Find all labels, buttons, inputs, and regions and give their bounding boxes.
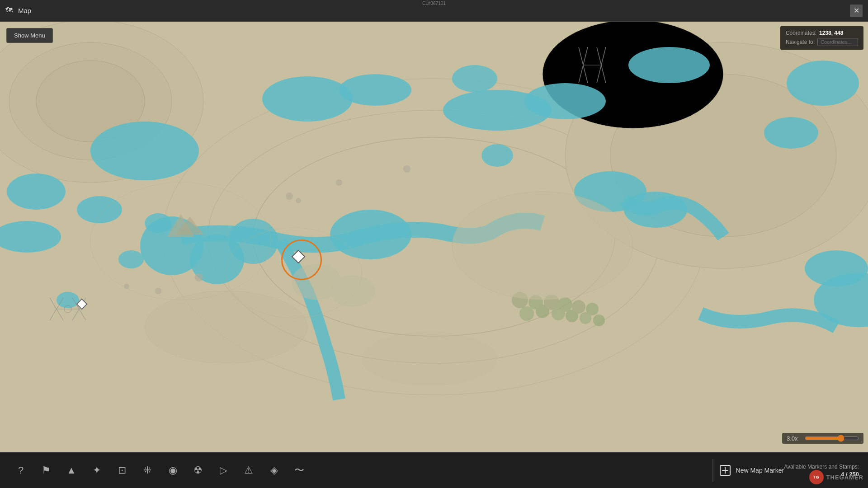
arrow-icon[interactable]: ▷ xyxy=(212,459,235,482)
svg-point-65 xyxy=(403,165,410,173)
bottom-toolbar: ?⚑▲✦⊡⁜◉☢▷⚠◈〜 New Map Marker Available Ma… xyxy=(0,452,868,488)
svg-point-24 xyxy=(787,61,859,106)
watermark-logo: TG xyxy=(809,470,824,484)
zoom-control: 3.0x xyxy=(782,433,863,444)
svg-point-19 xyxy=(262,76,353,122)
svg-point-43 xyxy=(519,306,534,321)
new-marker-section[interactable]: New Map Marker xyxy=(719,464,784,477)
map-background xyxy=(0,22,868,452)
svg-point-61 xyxy=(452,192,633,300)
svg-point-68 xyxy=(195,273,203,282)
zoom-slider[interactable] xyxy=(805,435,859,442)
window-title: Map xyxy=(18,7,31,14)
map-container[interactable]: Show Menu Coordinates: 1238, 448 Navigat… xyxy=(0,22,868,452)
navigate-label: Navigate to: xyxy=(786,39,815,45)
svg-point-62 xyxy=(286,192,293,200)
svg-point-38 xyxy=(452,65,497,92)
fruit-icon[interactable]: ◈ xyxy=(262,459,286,482)
watermark: TG THEGAMER xyxy=(809,470,863,484)
svg-point-23 xyxy=(628,47,710,83)
show-menu-button[interactable]: Show Menu xyxy=(6,28,53,43)
help-icon[interactable]: ? xyxy=(9,459,33,482)
new-marker-label: New Map Marker xyxy=(736,467,784,474)
marker-diamond-icon xyxy=(76,298,87,310)
svg-point-33 xyxy=(228,219,278,264)
title-bar: CL#367101 🗺 Map ✕ xyxy=(0,0,868,22)
svg-point-40 xyxy=(330,275,375,307)
svg-point-22 xyxy=(524,83,606,119)
coords-value: 1238, 448 xyxy=(819,30,843,36)
app-window: CL#367101 🗺 Map ✕ xyxy=(0,0,868,488)
svg-point-18 xyxy=(77,196,122,223)
svg-point-30 xyxy=(805,250,868,286)
fire-icon[interactable]: ▲ xyxy=(60,459,83,482)
drop-icon[interactable]: ◉ xyxy=(161,459,184,482)
map-marker-secondary xyxy=(78,300,86,308)
toolbar-icons: ?⚑▲✦⊡⁜◉☢▷⚠◈〜 xyxy=(9,459,707,482)
svg-point-25 xyxy=(764,117,818,149)
wave-icon[interactable]: 〜 xyxy=(288,459,311,482)
new-marker-icon xyxy=(719,464,731,477)
radiation-icon[interactable]: ☢ xyxy=(186,459,210,482)
paw-icon[interactable]: ⁜ xyxy=(136,459,159,482)
coords-panel: Coordinates: 1238, 448 Navigate to: xyxy=(780,26,863,50)
coords-label: Coordinates: xyxy=(786,30,816,36)
window-id: CL#367101 xyxy=(422,1,446,6)
svg-point-63 xyxy=(296,198,301,203)
map-icon: 🗺 xyxy=(5,6,14,15)
watermark-text: THEGAMER xyxy=(826,474,863,481)
svg-point-60 xyxy=(362,332,497,386)
svg-point-26 xyxy=(330,210,411,259)
svg-point-49 xyxy=(572,300,585,314)
svg-point-59 xyxy=(145,291,307,363)
svg-point-34 xyxy=(145,213,172,233)
svg-point-15 xyxy=(90,122,199,180)
flag-icon[interactable]: ⚑ xyxy=(34,459,58,482)
svg-point-51 xyxy=(586,303,599,315)
warning-icon[interactable]: ⚠ xyxy=(237,459,260,482)
svg-point-20 xyxy=(339,74,411,106)
svg-point-66 xyxy=(155,288,161,294)
svg-point-64 xyxy=(336,179,342,186)
svg-point-35 xyxy=(118,250,144,268)
chest-icon[interactable]: ⊡ xyxy=(110,459,134,482)
star-icon[interactable]: ✦ xyxy=(85,459,108,482)
svg-point-36 xyxy=(57,292,79,308)
navigate-input[interactable] xyxy=(817,38,858,46)
toolbar-divider xyxy=(712,459,713,482)
zoom-level: 3.0x xyxy=(787,435,801,442)
svg-point-37 xyxy=(481,144,513,167)
svg-point-47 xyxy=(558,297,572,312)
svg-point-16 xyxy=(7,174,66,210)
close-button[interactable]: ✕ xyxy=(850,5,863,17)
svg-point-52 xyxy=(593,314,605,326)
